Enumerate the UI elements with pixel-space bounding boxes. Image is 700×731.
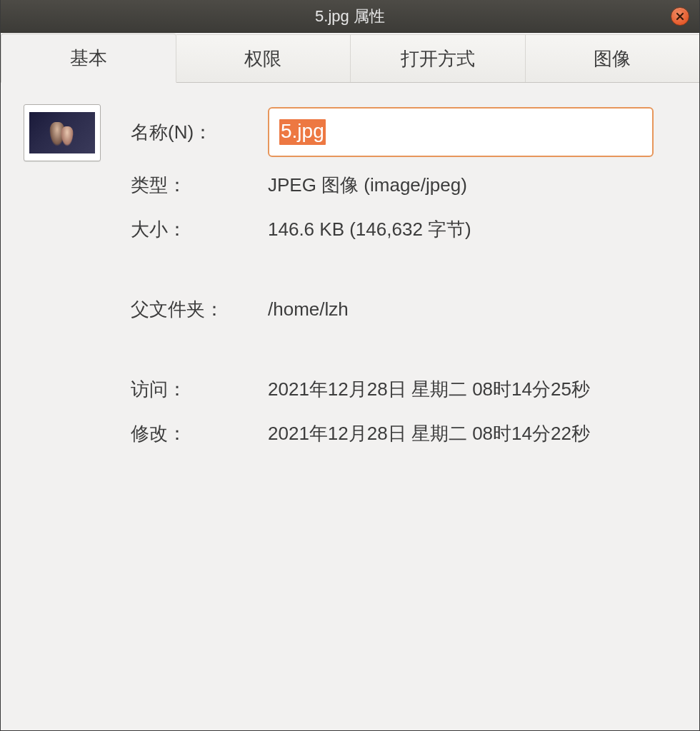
close-icon xyxy=(676,12,684,21)
tab-open-with[interactable]: 打开方式 xyxy=(351,34,526,82)
thumbnail-image xyxy=(29,112,95,153)
close-button[interactable] xyxy=(671,7,689,26)
name-input[interactable]: 5.jpg xyxy=(268,107,654,157)
label-accessed: 访问： xyxy=(131,367,268,411)
tab-basic[interactable]: 基本 xyxy=(1,34,176,83)
properties-window: 5.jpg 属性 基本 权限 打开方式 图像 名称(N)： 5.jpg xyxy=(0,0,700,731)
content-panel: 名称(N)： 5.jpg 类型： JPEG 图像 (image/jpeg) 大小… xyxy=(1,83,699,474)
value-type: JPEG 图像 (image/jpeg) xyxy=(268,163,676,207)
window-title: 5.jpg 属性 xyxy=(315,6,385,27)
label-size: 大小： xyxy=(131,207,268,251)
label-type: 类型： xyxy=(131,163,268,207)
tabs: 基本 权限 打开方式 图像 xyxy=(1,33,699,83)
titlebar: 5.jpg 属性 xyxy=(1,0,699,33)
label-modified: 修改： xyxy=(131,411,268,455)
value-accessed: 2021年12月28日 星期二 08时14分25秒 xyxy=(268,367,676,411)
label-name: 名称(N)： xyxy=(131,101,268,163)
label-parent: 父文件夹： xyxy=(131,287,268,331)
value-parent: /home/lzh xyxy=(268,287,676,331)
tab-image[interactable]: 图像 xyxy=(526,34,700,82)
name-input-value: 5.jpg xyxy=(279,119,326,145)
value-size: 146.6 KB (146,632 字节) xyxy=(268,207,676,251)
tab-permissions[interactable]: 权限 xyxy=(176,34,351,82)
value-modified: 2021年12月28日 星期二 08时14分22秒 xyxy=(268,411,676,455)
file-thumbnail xyxy=(24,104,101,161)
